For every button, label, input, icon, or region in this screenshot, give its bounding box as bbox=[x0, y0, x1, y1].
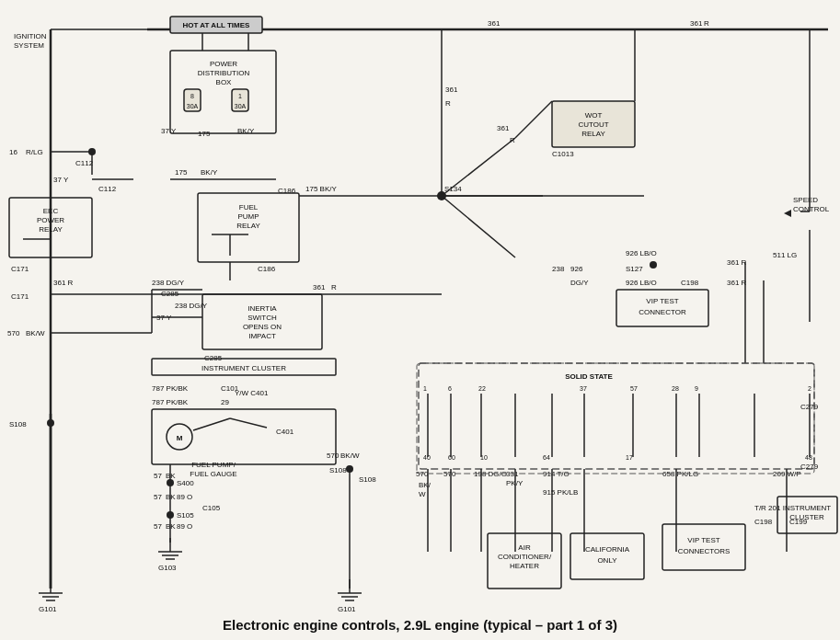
pin60: 60 bbox=[448, 454, 455, 461]
wire-361-top: 361 bbox=[488, 19, 501, 28]
c1013-label: C1013 bbox=[552, 150, 574, 158]
motor-m-label: M bbox=[177, 434, 183, 442]
instr-cluster-upper-label: INSTRUMENT CLUSTER bbox=[201, 364, 286, 372]
s108-label1: S108 bbox=[9, 420, 27, 429]
svg-point-55 bbox=[167, 511, 174, 519]
instr-cluster-br-label2: CLUSTER bbox=[789, 513, 824, 521]
wire-570-bkw: 570 bbox=[327, 451, 339, 460]
instr-cluster-br-label1: INSTRUMENT bbox=[783, 504, 832, 512]
ignition-label1: IGNITION bbox=[14, 32, 47, 40]
fuse1-label: 8 bbox=[190, 93, 194, 99]
wire-238-label2: 238 bbox=[552, 265, 565, 273]
wire-29-label: 29 bbox=[221, 398, 229, 406]
solid-state-label: SOLID STATE bbox=[565, 372, 613, 381]
g101-label1: G101 bbox=[39, 605, 57, 613]
wire-89-o1: 89 O bbox=[177, 493, 192, 501]
wot-label1: WOT bbox=[585, 111, 603, 120]
wire-511-lg: 511 LG bbox=[773, 251, 797, 259]
pin48: 48 bbox=[805, 454, 812, 461]
wire-bk1: BK bbox=[166, 472, 176, 480]
wire-361-vert: 361 bbox=[445, 86, 458, 94]
g103-label: G103 bbox=[158, 564, 177, 572]
wot-label2: CUTOUT bbox=[578, 120, 608, 129]
ca-only-label1: CALIFORNIA bbox=[585, 545, 630, 554]
wire-175-bky2: 175 BK/Y bbox=[305, 185, 337, 193]
c171-label1: C171 bbox=[11, 265, 29, 273]
svg-point-20 bbox=[47, 419, 54, 427]
wire-238-dgy: 238 DG/Y bbox=[175, 302, 208, 310]
wire-57-bk2: 57 bbox=[154, 493, 162, 501]
wire-201-label: 201 bbox=[768, 504, 781, 512]
wire-361-wot: 361 bbox=[497, 124, 510, 132]
power-dist-label3: BOX bbox=[216, 78, 233, 86]
wire-bkw2: BK/W bbox=[340, 451, 360, 460]
svg-line-52 bbox=[230, 418, 267, 428]
c401-label: C401 bbox=[276, 428, 294, 436]
c279-label2: C279 bbox=[800, 463, 819, 471]
wire-361-r2: 361 R bbox=[727, 258, 747, 267]
wire-238-dgy2: 238 DG/Y bbox=[152, 279, 185, 287]
pin6: 6 bbox=[448, 385, 452, 392]
power-dist-label1: POWER bbox=[210, 60, 237, 68]
wire-r-wot: R bbox=[510, 136, 515, 144]
wire-bkw-ss: BK/ bbox=[419, 481, 432, 489]
pin1: 1 bbox=[423, 385, 427, 392]
pin64: 64 bbox=[543, 454, 550, 461]
svg-point-61 bbox=[346, 465, 353, 473]
wire-rlg-label: R/LG bbox=[26, 148, 43, 156]
wire-787-pkbk2: 787 PK/BK bbox=[152, 398, 189, 406]
wire-r-label: R bbox=[331, 283, 337, 291]
wire-361-r3: 361 R bbox=[727, 279, 747, 287]
wire-r-top: R bbox=[704, 19, 709, 28]
wire-57-bk1: 57 bbox=[154, 472, 162, 480]
pin37: 37 bbox=[580, 385, 587, 392]
fuel-pump-sender-label1: FUEL PUMP/ bbox=[191, 461, 236, 469]
wire-57-bk3: 57 bbox=[154, 522, 162, 531]
wire-bk3: BK bbox=[166, 522, 176, 531]
speed-control-label2: CONTROL bbox=[793, 205, 830, 213]
wire-361-r-label1: 361 R bbox=[53, 279, 74, 287]
fuel-pump-relay-label3: RELAY bbox=[236, 222, 260, 230]
wire-bkw-label: BK/W bbox=[26, 329, 45, 337]
svg-rect-90 bbox=[488, 533, 561, 589]
svg-point-86 bbox=[650, 261, 657, 269]
c198-label1: C198 bbox=[681, 279, 699, 287]
svg-rect-46 bbox=[202, 294, 322, 349]
ignition-label2: SYSTEM bbox=[14, 41, 44, 50]
wire-bky2: BK/Y bbox=[201, 168, 218, 177]
fuse2-label: 1 bbox=[238, 93, 242, 99]
s127-label: S127 bbox=[626, 265, 643, 273]
pin9: 9 bbox=[695, 385, 698, 392]
ac-heater-label2: CONDITIONER/ bbox=[498, 553, 552, 561]
inertia-label4: IMPACT bbox=[248, 332, 276, 340]
wire-37-y-label: 37 Y bbox=[53, 176, 69, 184]
svg-line-36 bbox=[442, 196, 515, 257]
wire-361-top2: 361 bbox=[690, 19, 703, 28]
s108-near-570: S108 bbox=[359, 475, 376, 484]
fuse1-amp: 30A bbox=[187, 103, 199, 109]
ca-only-label2: ONLY bbox=[597, 556, 617, 565]
speed-control-label1: SPEED bbox=[793, 196, 818, 204]
inertia-label2: SWITCH bbox=[247, 314, 277, 322]
wire-tr-label: T/R bbox=[754, 504, 766, 512]
wot-label3: RELAY bbox=[581, 130, 605, 138]
wire-926-lbo1: 926 LB/O bbox=[626, 249, 657, 257]
wire-bk2: BK bbox=[166, 493, 176, 501]
s400-label: S400 bbox=[177, 479, 194, 487]
fuel-pump-relay-label2: PUMP bbox=[237, 212, 259, 221]
inertia-label1: INERTIA bbox=[247, 304, 277, 313]
wire-915-pklb: 915 PK/LB bbox=[543, 488, 578, 497]
c171-label2: C171 bbox=[11, 292, 29, 301]
hot-at-all-times-label: HOT AT ALL TIMES bbox=[183, 21, 251, 29]
pin28: 28 bbox=[672, 385, 679, 392]
wire-175-bky: 175 bbox=[175, 168, 188, 177]
wire-yw-c401: Y/W C401 bbox=[235, 389, 269, 397]
s105-label: S105 bbox=[177, 511, 194, 520]
eec-relay-label3: RELAY bbox=[39, 225, 63, 234]
power-dist-label2: DISTRIBUTION bbox=[198, 69, 250, 77]
c112-label1: C112 bbox=[75, 159, 94, 167]
c279-label1: C279 bbox=[800, 403, 819, 411]
inertia-label3: OPENS ON bbox=[243, 323, 282, 331]
pin57: 57 bbox=[630, 385, 638, 392]
ac-heater-label1: AIR bbox=[518, 543, 531, 552]
